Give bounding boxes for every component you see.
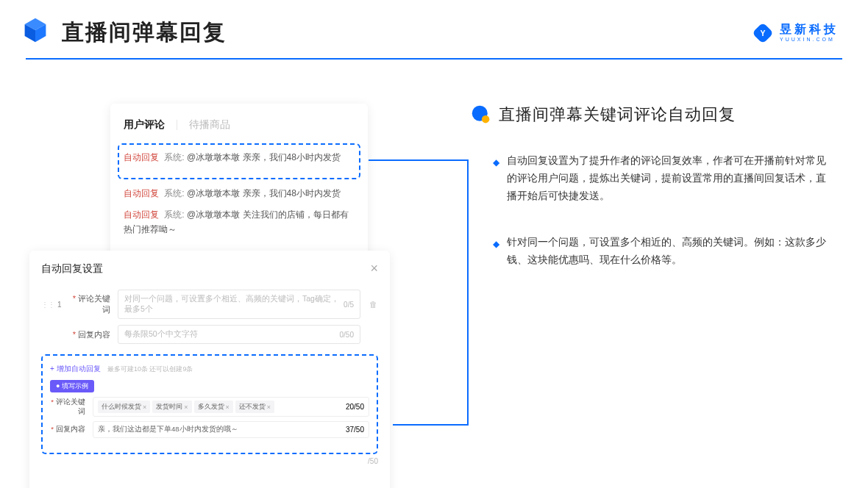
outer-count: /50 (368, 457, 378, 465)
auto-reply-tag: 自动回复 (124, 188, 159, 198)
cube-icon (22, 17, 49, 43)
diamond-icon: ◆ (493, 155, 499, 204)
bullet-item: ◆ 自动回复设置为了提升作者的评论回复效率，作者可在开播前针对常见的评论用户问题… (471, 152, 839, 204)
tab-separator (177, 120, 177, 130)
comment-tabs: 用户评论 待播商品 (124, 118, 355, 132)
tag-chips: 什么时候发货×发货时间×多久发货×还不发货× (98, 401, 277, 413)
auto-reply-settings-card: 自动回复设置 × ⋮⋮1 *评论关键词 对同一个问题，可设置多个相近、高频的关键… (29, 251, 390, 488)
example-keyword-row: *评论关键词 什么时候发货×发货时间×多久发货×还不发货× 20/50 (50, 397, 369, 417)
tag-chip[interactable]: 多久发货× (194, 401, 233, 413)
system-label: 系统: (164, 188, 184, 198)
ex-kw-count: 20/50 (346, 403, 364, 411)
section-head: 直播间弹幕关键词评论自动回复 (471, 104, 839, 126)
system-label: 系统: (164, 209, 184, 220)
keyword-row: ⋮⋮1 *评论关键词 对同一个问题，可设置多个相近、高频的关键词，Tag确定，最… (41, 290, 378, 319)
settings-title: 自动回复设置 (41, 262, 103, 276)
left-column: 用户评论 待播商品 自动回复 系统: @冰墩墩本墩 亲亲，我们48小时内发货 自… (29, 104, 390, 298)
content-input[interactable]: 每条限50个中文字符 0/50 (118, 325, 360, 344)
section-title: 直播间弹幕关键词评论自动回复 (499, 104, 736, 126)
page-header: 直播间弹幕回复 Y 昱新科技 YUUXIN.COM (0, 0, 868, 48)
content-count: 0/50 (340, 331, 354, 339)
brand-sub: YUUXIN.COM (780, 37, 839, 42)
comment-item: 自动回复 系统: @冰墩墩本墩 关注我们的店铺，每日都有热门推荐呦～ (124, 208, 355, 236)
auto-reply-tag: 自动回复 (124, 152, 159, 162)
keyword-count: 0/5 (344, 301, 354, 309)
svg-text:Y: Y (760, 28, 765, 37)
brand-icon: Y (752, 22, 774, 44)
keyword-label: 评论关键词 (78, 294, 110, 314)
diamond-icon: ◆ (493, 237, 499, 269)
keyword-placeholder: 对同一个问题，可设置多个相近、高频的关键词，Tag确定，最多5个 (124, 294, 344, 315)
brand-name: 昱新科技 (780, 24, 839, 35)
right-column: 直播间弹幕关键词评论自动回复 ◆ 自动回复设置为了提升作者的评论回复效率，作者可… (390, 104, 839, 298)
tag-chip[interactable]: 发货时间× (152, 401, 191, 413)
add-link-sub: 最多可建10条 还可以创建9条 (107, 365, 193, 373)
keyword-input[interactable]: 对同一个问题，可设置多个相近、高频的关键词，Tag确定，最多5个 0/5 (118, 290, 360, 319)
comment-item: 自动回复 系统: @冰墩墩本墩 亲亲，我们48小时内发货 (124, 187, 355, 201)
add-auto-reply-link[interactable]: + 增加自动回复 (50, 364, 101, 374)
tag-chip[interactable]: 还不发货× (235, 401, 274, 413)
ex-keyword-label: 评论关键词 (56, 398, 85, 415)
example-pill: ● 填写示例 (50, 380, 94, 392)
chat-bubble-icon (471, 104, 491, 125)
content-row: *回复内容 每条限50个中文字符 0/50 (41, 325, 378, 344)
auto-reply-tag: 自动回复 (124, 209, 159, 220)
bullet-item: ◆ 针对同一个问题，可设置多个相近的、高频的关键词。例如：这款多少钱、这块能优惠… (471, 234, 839, 269)
drag-handle-icon[interactable]: ⋮⋮ (41, 301, 54, 309)
ex-content-count: 37/50 (346, 426, 364, 434)
highlighted-comment: 自动回复 系统: @冰墩墩本墩 亲亲，我们48小时内发货 (118, 143, 360, 179)
content-label: 回复内容 (78, 330, 110, 339)
example-content-row: *回复内容 亲，我们这边都是下单48小时内发货的哦～ 37/50 (50, 421, 369, 438)
system-label: 系统: (164, 152, 184, 162)
example-content-box[interactable]: 亲，我们这边都是下单48小时内发货的哦～ 37/50 (93, 421, 369, 438)
ex-content-text: 亲，我们这边都是下单48小时内发货的哦～ (98, 425, 238, 434)
bullet-text: 针对同一个问题，可设置多个相近的、高频的关键词。例如：这款多少钱、这块能优惠吗、… (507, 234, 830, 269)
trash-icon[interactable]: 🗑 (368, 300, 378, 309)
page-title: 直播间弹幕回复 (62, 18, 227, 48)
tab-pending-products[interactable]: 待播商品 (189, 118, 230, 132)
svg-point-6 (482, 115, 490, 123)
example-keyword-box[interactable]: 什么时候发货×发货时间×多久发货×还不发货× 20/50 (93, 397, 369, 417)
bullet-text: 自动回复设置为了提升作者的评论回复效率，作者可在开播前针对常见的评论用户问题，提… (507, 152, 830, 204)
connector-line (393, 424, 469, 426)
comment-text: @冰墩墩本墩 亲亲，我们48小时内发货 (187, 188, 341, 198)
comment-text: @冰墩墩本墩 亲亲，我们48小时内发货 (187, 152, 341, 162)
content-placeholder: 每条限50个中文字符 (124, 329, 198, 340)
brand-logo: Y 昱新科技 YUUXIN.COM (752, 22, 839, 44)
close-icon[interactable]: × (370, 261, 378, 276)
tag-chip[interactable]: 什么时候发货× (98, 401, 150, 413)
row-number: 1 (57, 301, 62, 309)
ex-content-label: 回复内容 (56, 425, 85, 433)
tab-user-comments[interactable]: 用户评论 (124, 118, 165, 132)
example-section: + 增加自动回复 最多可建10条 还可以创建9条 ● 填写示例 *评论关键词 什… (41, 354, 378, 454)
